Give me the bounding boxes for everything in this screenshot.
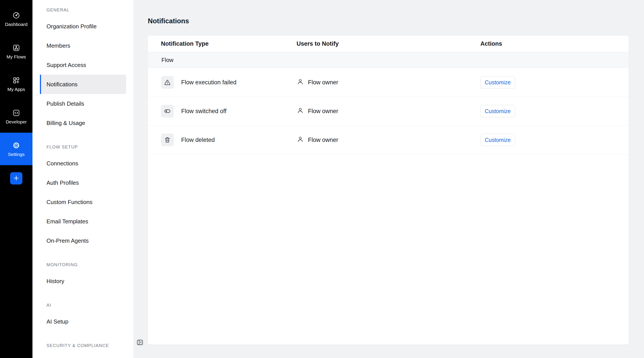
notification-type-label: Flow deleted <box>181 137 215 143</box>
customize-button[interactable]: Customize <box>480 76 515 89</box>
customize-button[interactable]: Customize <box>480 134 515 146</box>
trash-icon <box>161 133 174 146</box>
users-to-notify-label: Flow owner <box>308 108 338 115</box>
sidebar-item-notifications[interactable]: Notifications <box>40 75 126 94</box>
page-title: Notifications <box>148 17 644 25</box>
sidebar-item-label: My Flows <box>6 55 26 59</box>
flows-icon <box>12 44 20 52</box>
sidebar-item-ai-setup[interactable]: AI Setup <box>32 312 134 331</box>
sidebar-item-label: Settings <box>8 152 24 157</box>
users-to-notify-label: Flow owner <box>308 79 338 86</box>
column-header-actions: Actions <box>480 40 629 47</box>
sidebar-item-billing-usage[interactable]: Billing & Usage <box>32 113 134 133</box>
notifications-table: Notification Type Users to Notify Action… <box>148 36 629 344</box>
table-row: Flow deleted Flow owner Customize <box>148 126 629 154</box>
plus-icon <box>13 174 20 182</box>
column-header-users-to-notify: Users to Notify <box>296 40 480 47</box>
sidebar-item-my-apps[interactable]: My Apps <box>0 68 32 100</box>
sidebar-item-members[interactable]: Members <box>32 36 134 55</box>
section-title-ai: AI <box>32 298 134 312</box>
alert-triangle-icon <box>161 76 174 89</box>
panel-collapse-icon <box>136 343 144 347</box>
table-row: Flow execution failed Flow owner Customi… <box>148 68 629 97</box>
user-icon <box>296 78 304 87</box>
sidebar-item-on-prem-agents[interactable]: On-Prem Agents <box>32 231 134 250</box>
customize-button[interactable]: Customize <box>480 105 515 117</box>
apps-icon <box>12 76 20 84</box>
sidebar-item-organization-profile[interactable]: Organization Profile <box>32 17 134 36</box>
column-header-notification-type: Notification Type <box>161 40 296 47</box>
sidebar-item-connections[interactable]: Connections <box>32 154 134 173</box>
sidebar-item-my-flows[interactable]: My Flows <box>0 35 32 68</box>
gear-icon <box>12 141 20 149</box>
dashboard-icon <box>12 12 20 19</box>
sidebar-item-auth-profiles[interactable]: Auth Profiles <box>32 173 134 193</box>
sidebar-item-email-templates[interactable]: Email Templates <box>32 212 134 231</box>
sidebar-item-support-access[interactable]: Support Access <box>32 55 134 75</box>
sidebar-item-label: Developer <box>6 119 27 124</box>
notification-type-label: Flow execution failed <box>181 79 236 86</box>
primary-sidebar: Dashboard My Flows My Apps <box>0 0 32 358</box>
main-content: Notifications Notification Type Users to… <box>134 0 644 358</box>
sidebar-item-developer[interactable]: Developer <box>0 100 32 133</box>
sidebar-item-dashboard[interactable]: Dashboard <box>0 3 32 35</box>
section-title-monitoring: MONITORING <box>32 258 134 271</box>
settings-nav: GENERAL Organization Profile Members Sup… <box>32 0 134 358</box>
sidebar-item-publish-details[interactable]: Publish Details <box>32 94 134 113</box>
table-header-row: Notification Type Users to Notify Action… <box>148 36 629 52</box>
sidebar-item-settings[interactable]: Settings <box>0 133 32 165</box>
notification-type-label: Flow switched off <box>181 108 226 115</box>
collapse-sidebar-button[interactable] <box>136 339 144 346</box>
sidebar-item-label: Dashboard <box>5 22 28 27</box>
users-to-notify-label: Flow owner <box>308 137 338 143</box>
sidebar-item-custom-functions[interactable]: Custom Functions <box>32 193 134 212</box>
create-flow-button[interactable] <box>10 172 22 185</box>
section-title-security-compliance: SECURITY & COMPLIANCE <box>32 339 134 352</box>
group-row-flow: Flow <box>148 52 629 68</box>
code-icon <box>12 109 20 117</box>
sidebar-item-history[interactable]: History <box>32 271 134 291</box>
section-title-general: GENERAL <box>32 3 134 17</box>
sidebar-item-label: My Apps <box>8 87 25 92</box>
user-icon <box>296 107 304 116</box>
table-row: Flow switched off Flow owner Customize <box>148 97 629 126</box>
toggle-off-icon <box>161 105 174 117</box>
user-icon <box>296 135 304 144</box>
section-title-flow-setup: FLOW SETUP <box>32 140 134 154</box>
